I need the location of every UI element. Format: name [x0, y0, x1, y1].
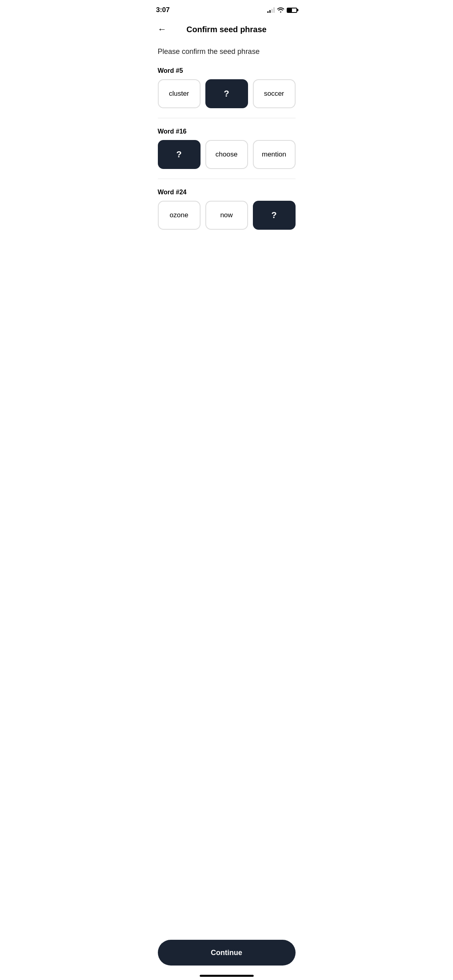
word-option-2-1[interactable]: choose — [205, 140, 248, 169]
word-option-3-1[interactable]: now — [205, 201, 248, 230]
word-section-2: Word #16 ? choose mention — [158, 128, 296, 169]
content: Please confirm the seed phrase Word #5 c… — [148, 43, 305, 288]
wifi-icon — [277, 7, 284, 14]
page-title: Confirm seed phrase — [186, 25, 267, 34]
word-label-2: Word #16 — [158, 128, 296, 135]
divider-2 — [158, 179, 296, 179]
word-options-3: ozone now ? — [158, 201, 296, 230]
status-time: 3:07 — [156, 6, 170, 14]
word-options-1: cluster ? soccer — [158, 79, 296, 108]
word-option-3-0[interactable]: ozone — [158, 201, 201, 230]
word-option-3-2[interactable]: ? — [253, 201, 296, 230]
divider-1 — [158, 118, 296, 118]
signal-icon — [267, 7, 275, 13]
word-label-3: Word #24 — [158, 189, 296, 196]
word-option-2-0[interactable]: ? — [158, 140, 201, 169]
word-section-1: Word #5 cluster ? soccer — [158, 67, 296, 108]
word-options-2: ? choose mention — [158, 140, 296, 169]
subtitle: Please confirm the seed phrase — [158, 47, 296, 56]
battery-icon — [287, 8, 297, 13]
word-option-1-2[interactable]: soccer — [253, 79, 296, 108]
status-icons — [267, 7, 297, 14]
back-arrow-icon: ← — [158, 24, 167, 35]
word-label-1: Word #5 — [158, 67, 296, 74]
back-button[interactable]: ← — [156, 23, 168, 36]
word-option-1-0[interactable]: cluster — [158, 79, 201, 108]
header: ← Confirm seed phrase — [148, 18, 305, 43]
status-bar: 3:07 — [148, 0, 305, 18]
word-option-2-2[interactable]: mention — [253, 140, 296, 169]
word-section-3: Word #24 ozone now ? — [158, 189, 296, 230]
word-option-1-1[interactable]: ? — [205, 79, 248, 108]
